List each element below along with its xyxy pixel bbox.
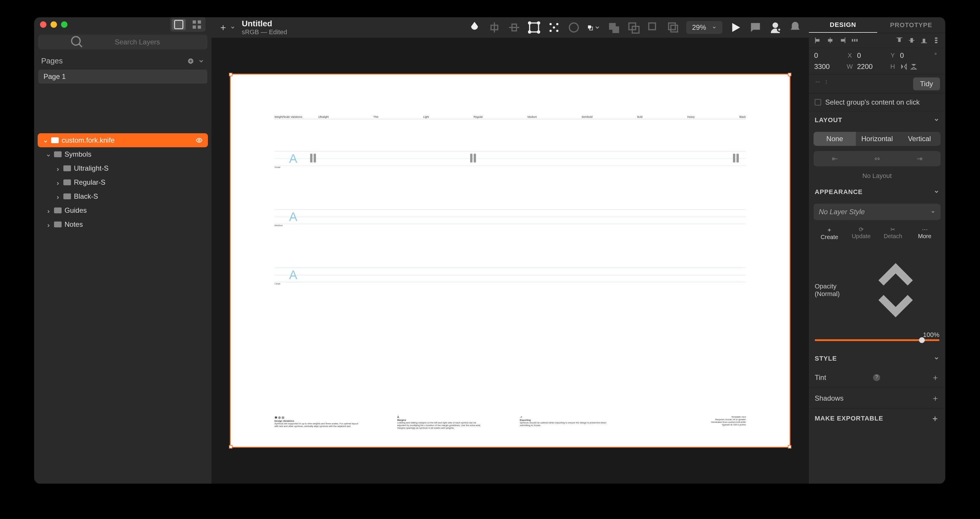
chevron-down-icon[interactable] [934,187,939,196]
maximize-window-button[interactable] [61,21,67,28]
difference-icon[interactable] [667,21,680,34]
intersect-icon[interactable] [646,21,660,34]
distribute-h-icon[interactable] [851,37,859,44]
resize-handle-tr[interactable] [788,73,791,76]
canvas[interactable]: Weight/Scale Variations Ultralight Thin … [212,38,809,484]
insert-button[interactable]: ＋ [218,21,235,34]
zoom-control[interactable]: 29% [686,21,722,34]
layer-ultralight-s[interactable]: Ultralight-S [34,161,212,175]
chevron-down-icon[interactable] [934,354,939,363]
search-layers-bar[interactable] [38,35,207,50]
add-icon[interactable]: ＋ [931,393,939,404]
rotation-input[interactable] [900,51,928,60]
mask-icon[interactable] [567,21,581,34]
tab-prototype[interactable]: PROTOTYPE [877,17,945,33]
spacing-h-icon[interactable]: ↔ [814,77,822,85]
tab-design[interactable]: DESIGN [809,17,877,33]
page-item[interactable]: Page 1 [38,70,207,83]
fill-icon[interactable] [468,21,481,34]
align-bottom-icon[interactable] [920,37,928,44]
align-right-icon[interactable] [838,37,846,44]
detach-action[interactable]: ✂Detach [877,226,909,241]
layout-pin-start-icon[interactable]: ⇤ [813,151,856,166]
layer-guides[interactable]: Guides [34,203,212,217]
layer-style-select[interactable]: No Layer Style [813,204,940,220]
export-header[interactable]: MAKE EXPORTABLE ＋ [809,409,945,428]
symbol-row-large: A Large [275,268,746,285]
spacing-v-icon[interactable]: ↕ [825,77,832,85]
layout-vertical-button[interactable]: Vertical [898,132,940,146]
svg-rect-0 [175,21,183,29]
y-input[interactable] [857,51,885,60]
close-window-button[interactable] [40,21,46,28]
notifications-icon[interactable] [788,21,802,34]
layout-pin-center-icon[interactable]: ⇔ [856,151,898,166]
opacity-slider[interactable]: 100% [815,339,939,341]
align-vcenter-icon[interactable] [908,37,915,44]
union-icon[interactable] [607,21,620,34]
search-input[interactable] [115,38,202,46]
svg-rect-4 [198,26,201,29]
chevron-down-icon[interactable] [934,115,939,125]
layout-none-button[interactable]: None [813,132,856,146]
align-left-icon[interactable] [814,37,822,44]
artboard[interactable]: Weight/Scale Variations Ultralight Thin … [230,73,791,448]
layer-regular-s[interactable]: Regular-S [34,175,212,189]
flip-v-icon[interactable] [910,63,918,70]
layout-pin-end-icon[interactable]: ⇥ [898,151,940,166]
comment-icon[interactable] [749,21,762,34]
help-icon[interactable]: ? [873,374,880,381]
boolean-icon[interactable] [587,21,600,34]
align-horizontal-icon[interactable] [488,21,501,34]
appearance-header: APPEARANCE [809,183,945,201]
chevron-down-icon[interactable] [198,58,204,64]
add-page-icon[interactable] [188,58,194,64]
resize-handle-bl[interactable] [229,445,232,449]
checkbox[interactable] [815,99,821,105]
layer-label: Regular-S [74,178,105,187]
group-icon[interactable] [527,21,541,34]
tint-row[interactable]: Tint ? ＋ [809,367,945,388]
layer-custom-fork-knife[interactable]: custom.fork.knife [38,133,208,147]
layer-symbols[interactable]: Symbols [34,147,212,161]
stepper-icon[interactable] [852,246,939,334]
svg-point-16 [528,31,531,33]
update-action[interactable]: ⟳Update [845,226,877,241]
layout-horizontal-button[interactable]: Horizontal [856,132,898,146]
opacity-value: 100% [923,331,939,339]
more-action[interactable]: ⋯More [909,226,940,241]
fork-knife-icon [309,154,317,164]
ungroup-icon[interactable] [547,21,561,34]
layer-black-s[interactable]: Black-S [34,189,212,203]
align-hcenter-icon[interactable] [826,37,834,44]
resize-handle-br[interactable] [788,445,791,449]
add-icon[interactable]: ＋ [931,413,939,424]
list-view-button[interactable] [172,19,186,30]
subtract-icon[interactable] [627,21,640,34]
create-action[interactable]: ＋Create [813,226,845,241]
select-group-row[interactable]: Select group's content on click [809,94,945,111]
resize-handle-tl[interactable] [229,73,232,76]
document-title[interactable]: Untitled sRGB — Edited [242,19,287,36]
add-icon[interactable]: ＋ [931,372,939,383]
preview-icon[interactable] [729,21,742,34]
tidy-button[interactable]: Tidy [913,77,940,90]
flip-h-icon[interactable] [900,63,908,70]
h-input[interactable] [857,62,885,71]
visibility-icon[interactable] [196,137,203,144]
w-input[interactable] [814,62,842,71]
distribute-v-icon[interactable] [932,37,940,44]
folder-icon [64,193,71,199]
align-top-icon[interactable] [896,37,903,44]
tidy-row: ↔ ↕ Tidy [809,75,945,94]
align-controls [809,33,945,48]
grid-view-button[interactable] [190,19,204,30]
shadows-row[interactable]: Shadows ＋ [809,388,945,409]
collaborate-icon[interactable] [768,21,782,34]
weight-col: Heavy [687,115,695,118]
minimize-window-button[interactable] [51,21,57,28]
layer-notes[interactable]: Notes [34,217,212,232]
align-vertical-icon[interactable] [508,21,521,34]
x-input[interactable] [814,51,842,60]
svg-point-17 [537,31,539,33]
